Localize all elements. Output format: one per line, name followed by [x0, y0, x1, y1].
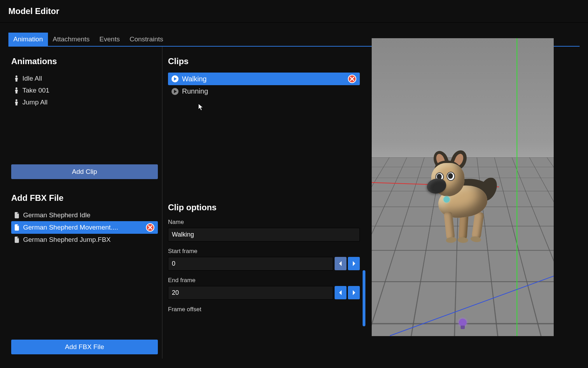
animations-title: Animations [11, 56, 158, 66]
name-input[interactable] [168, 228, 360, 241]
end-frame-decrement[interactable] [335, 286, 346, 299]
light-gizmo-icon[interactable] [458, 319, 467, 330]
clip-label: Running [182, 87, 208, 95]
fbx-item[interactable]: German Shepherd Movement.... [11, 221, 158, 234]
end-frame-input[interactable] [168, 286, 333, 300]
delete-fbx-button[interactable] [146, 223, 154, 232]
file-icon [15, 224, 20, 231]
fbx-label: German Shepherd Jump.FBX [23, 236, 111, 244]
start-frame-increment[interactable] [348, 257, 360, 270]
model-preview [424, 144, 501, 242]
person-icon [14, 75, 19, 82]
person-icon [14, 99, 19, 105]
end-frame-increment[interactable] [348, 286, 360, 299]
clip-label: Walking [182, 75, 206, 83]
delete-clip-button[interactable] [348, 75, 356, 83]
chevron-left-icon [339, 261, 342, 266]
play-icon[interactable] [172, 75, 178, 82]
animation-item[interactable]: Idle All [11, 73, 158, 84]
chevron-right-icon [352, 290, 356, 295]
animations-list: Idle All Take 001 Jump All [11, 73, 158, 108]
axis-y [517, 38, 517, 336]
page-title: Model Editor [8, 6, 580, 16]
tab-constraints[interactable]: Constraints [125, 33, 168, 46]
end-frame-label: End frame [168, 277, 360, 284]
fbx-item[interactable]: German Shepherd Idle [11, 209, 158, 221]
animation-label: Jump All [22, 98, 48, 106]
tab-animation[interactable]: Animation [8, 33, 48, 46]
scrollbar[interactable] [363, 270, 365, 333]
scrollbar-thumb[interactable] [363, 270, 365, 326]
clip-options-title: Clip options [168, 203, 360, 212]
name-label: Name [168, 219, 360, 226]
chevron-right-icon [352, 261, 356, 266]
add-fbx-button[interactable]: Add FBX File [11, 340, 158, 354]
animation-item[interactable]: Jump All [11, 96, 158, 108]
clips-list: Walking Running [168, 73, 360, 97]
file-icon [15, 212, 20, 218]
chevron-left-icon [339, 290, 342, 295]
play-icon[interactable] [172, 88, 178, 95]
fbx-label: German Shepherd Movement.... [23, 224, 118, 231]
preview-viewport[interactable] [372, 38, 554, 336]
start-frame-input[interactable] [168, 257, 333, 271]
file-icon [15, 237, 20, 243]
frame-offset-label: Frame offset [168, 306, 360, 313]
start-frame-decrement[interactable] [335, 257, 346, 270]
fbx-list: German Shepherd Idle German Shepherd Mov… [11, 209, 158, 340]
animation-label: Take 001 [22, 87, 49, 94]
clips-title: Clips [168, 56, 360, 66]
add-clip-button[interactable]: Add Clip [11, 164, 158, 179]
header: Model Editor [0, 0, 588, 23]
fbx-label: German Shepherd Idle [23, 211, 90, 219]
animation-item[interactable]: Take 001 [11, 84, 158, 96]
clip-item[interactable]: Running [168, 85, 360, 97]
tab-attachments[interactable]: Attachments [48, 33, 95, 46]
start-frame-label: Start frame [168, 248, 360, 255]
fbx-item[interactable]: German Shepherd Jump.FBX [11, 234, 158, 246]
clip-item[interactable]: Walking [168, 73, 360, 85]
tab-events[interactable]: Events [94, 33, 125, 46]
fbx-title: Add FBX File [11, 193, 158, 203]
person-icon [14, 87, 19, 94]
animation-label: Idle All [22, 75, 42, 82]
